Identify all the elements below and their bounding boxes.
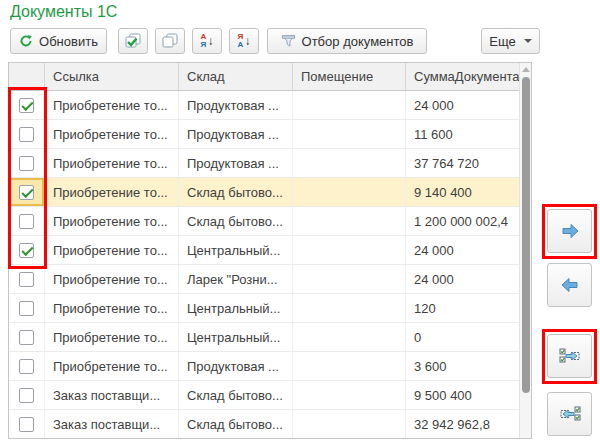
cell-link[interactable]: Приобретение то... (45, 236, 179, 264)
cell-link[interactable]: Приобретение то... (45, 207, 179, 235)
cell-link[interactable]: Заказ поставщи... (45, 381, 179, 409)
cell-amount[interactable]: 3 600 (406, 352, 531, 380)
move-marked-left-button[interactable] (547, 392, 592, 436)
header-warehouse[interactable]: Склад (179, 63, 293, 90)
table-row[interactable]: Приобретение то... Центральный... 120 (9, 294, 531, 323)
cell-room[interactable] (293, 352, 406, 380)
cell-amount[interactable]: 11 600 (406, 120, 531, 148)
table-row[interactable]: Приобретение то... Продуктовая ... 24 00… (9, 91, 531, 120)
cell-room[interactable] (293, 294, 406, 322)
row-checkbox-cell[interactable] (9, 120, 45, 148)
cell-amount[interactable]: 24 000 (406, 236, 531, 264)
sort-ascending-button[interactable]: А Я ↓ (192, 28, 222, 54)
cell-warehouse[interactable]: Центральный... (179, 236, 293, 264)
cell-amount[interactable]: 9 140 400 (406, 178, 531, 206)
uncheck-all-button[interactable] (155, 28, 185, 54)
row-checkbox-cell[interactable] (9, 265, 45, 293)
cell-link[interactable]: Приобретение то... (45, 352, 179, 380)
table-row[interactable]: Приобретение то... Склад бытово... 1 200… (9, 207, 531, 236)
row-checkbox[interactable] (19, 359, 34, 374)
cell-room[interactable] (293, 207, 406, 235)
header-room[interactable]: Помещение (293, 63, 406, 90)
cell-warehouse[interactable]: Склад бытово... (179, 178, 293, 206)
move-marked-right-button[interactable] (547, 334, 592, 378)
row-checkbox[interactable] (19, 417, 34, 432)
row-checkbox-cell[interactable] (9, 91, 45, 119)
table-row[interactable]: Приобретение то... Центральный... 0 (9, 323, 531, 352)
cell-room[interactable] (293, 381, 406, 409)
refresh-button[interactable]: Обновить (10, 28, 107, 54)
cell-amount[interactable]: 120 (406, 294, 531, 322)
table-row[interactable]: Приобретение то... Склад бытово... 9 140… (9, 178, 531, 207)
row-checkbox-cell[interactable] (9, 178, 45, 206)
table-row[interactable]: Приобретение то... Ларек "Розни... 24 00… (9, 265, 531, 294)
row-checkbox[interactable] (19, 156, 34, 171)
cell-link[interactable]: Приобретение то... (45, 265, 179, 293)
row-checkbox[interactable] (19, 214, 34, 229)
header-checkbox-column[interactable] (9, 63, 45, 90)
row-checkbox[interactable] (19, 330, 34, 345)
cell-room[interactable] (293, 410, 406, 438)
move-left-button[interactable] (547, 263, 592, 307)
cell-warehouse[interactable]: Склад бытово... (179, 410, 293, 438)
cell-link[interactable]: Заказ поставщи... (45, 410, 179, 438)
cell-amount[interactable]: 1 200 000 002,4 (406, 207, 531, 235)
row-checkbox[interactable] (19, 98, 34, 113)
scrollbar-thumb[interactable] (522, 77, 530, 393)
cell-amount[interactable]: 0 (406, 323, 531, 351)
cell-warehouse[interactable]: Склад бытово... (179, 381, 293, 409)
header-amount[interactable]: СуммаДокумента (406, 63, 531, 90)
cell-amount[interactable]: 37 764 720 (406, 149, 531, 177)
cell-link[interactable]: Приобретение то... (45, 294, 179, 322)
cell-amount[interactable]: 32 942 962,8 (406, 410, 531, 438)
table-row[interactable]: Приобретение то... Центральный... 24 000 (9, 236, 531, 265)
cell-room[interactable] (293, 265, 406, 293)
cell-warehouse[interactable]: Склад бытово... (179, 207, 293, 235)
row-checkbox[interactable] (19, 388, 34, 403)
row-checkbox[interactable] (19, 272, 34, 287)
row-checkbox-cell[interactable] (9, 352, 45, 380)
cell-link[interactable]: Приобретение то... (45, 323, 179, 351)
filter-documents-button[interactable]: Отбор документов (267, 28, 427, 54)
cell-warehouse[interactable]: Продуктовая ... (179, 352, 293, 380)
row-checkbox-cell[interactable] (9, 410, 45, 438)
cell-link[interactable]: Приобретение то... (45, 120, 179, 148)
cell-warehouse[interactable]: Продуктовая ... (179, 91, 293, 119)
cell-warehouse[interactable]: Центральный... (179, 323, 293, 351)
cell-link[interactable]: Приобретение то... (45, 178, 179, 206)
row-checkbox-cell[interactable] (9, 323, 45, 351)
cell-warehouse[interactable]: Ларек "Розни... (179, 265, 293, 293)
row-checkbox[interactable] (19, 301, 34, 316)
check-all-button[interactable] (118, 28, 148, 54)
table-row[interactable]: Приобретение то... Продуктовая ... 37 76… (9, 149, 531, 178)
table-row[interactable]: Приобретение то... Продуктовая ... 3 600 (9, 352, 531, 381)
table-row[interactable]: Заказ поставщи... Склад бытово... 9 500 … (9, 381, 531, 410)
cell-warehouse[interactable]: Продуктовая ... (179, 149, 293, 177)
cell-room[interactable] (293, 178, 406, 206)
cell-warehouse[interactable]: Продуктовая ... (179, 120, 293, 148)
row-checkbox[interactable] (19, 243, 34, 258)
cell-amount[interactable]: 9 500 400 (406, 381, 531, 409)
table-row[interactable]: Приобретение то... Продуктовая ... 11 60… (9, 120, 531, 149)
move-right-button[interactable] (547, 209, 592, 253)
vertical-scrollbar[interactable] (519, 63, 531, 438)
cell-room[interactable] (293, 91, 406, 119)
row-checkbox-cell[interactable] (9, 207, 45, 235)
table-row[interactable]: Заказ поставщи... Склад бытово... 32 942… (9, 410, 531, 439)
cell-link[interactable]: Приобретение то... (45, 91, 179, 119)
cell-link[interactable]: Приобретение то... (45, 149, 179, 177)
cell-room[interactable] (293, 149, 406, 177)
row-checkbox-cell[interactable] (9, 294, 45, 322)
cell-room[interactable] (293, 323, 406, 351)
cell-amount[interactable]: 24 000 (406, 265, 531, 293)
row-checkbox[interactable] (19, 185, 34, 200)
row-checkbox-cell[interactable] (9, 149, 45, 177)
row-checkbox-cell[interactable] (9, 236, 45, 264)
cell-warehouse[interactable]: Центральный... (179, 294, 293, 322)
cell-room[interactable] (293, 120, 406, 148)
more-button[interactable]: Еще (481, 28, 540, 54)
row-checkbox[interactable] (19, 127, 34, 142)
scrollbar-up-icon[interactable] (522, 67, 530, 72)
header-link[interactable]: Ссылка (45, 63, 179, 90)
cell-room[interactable] (293, 236, 406, 264)
